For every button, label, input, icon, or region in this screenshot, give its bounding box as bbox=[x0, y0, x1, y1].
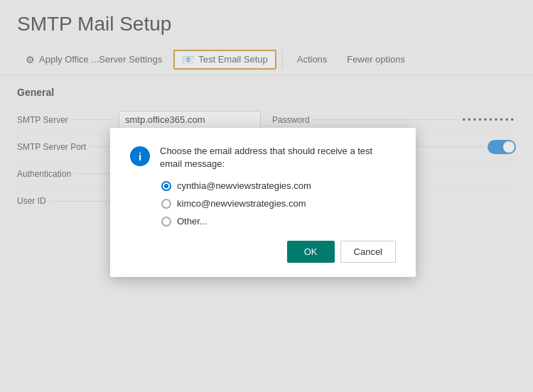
dialog-footer: OK Cancel bbox=[130, 241, 396, 263]
radio-label-3: Other... bbox=[177, 216, 208, 227]
dialog-body: i Choose the email address that should r… bbox=[130, 145, 396, 227]
ok-button[interactable]: OK bbox=[287, 241, 335, 263]
radio-option-3[interactable]: Other... bbox=[161, 216, 396, 227]
dialog: i Choose the email address that should r… bbox=[110, 128, 416, 277]
radio-label-1: cynthia@newviewstrategies.com bbox=[177, 180, 311, 191]
radio-option-1[interactable]: cynthia@newviewstrategies.com bbox=[161, 180, 396, 191]
radio-label-2: kimco@newviewstrategies.com bbox=[177, 198, 306, 209]
dialog-content: Choose the email address that should rec… bbox=[160, 145, 396, 227]
radio-input-3[interactable] bbox=[161, 217, 171, 227]
radio-input-1[interactable] bbox=[161, 181, 171, 191]
info-icon: i bbox=[130, 146, 150, 166]
dialog-message: Choose the email address that should rec… bbox=[160, 145, 396, 170]
page-container: SMTP Mail Setup ⚙ Apply Office ...Server… bbox=[0, 0, 533, 392]
radio-group: cynthia@newviewstrategies.com kimco@newv… bbox=[161, 180, 396, 227]
radio-option-2[interactable]: kimco@newviewstrategies.com bbox=[161, 198, 396, 209]
cancel-button[interactable]: Cancel bbox=[340, 241, 396, 263]
radio-input-2[interactable] bbox=[161, 199, 171, 209]
